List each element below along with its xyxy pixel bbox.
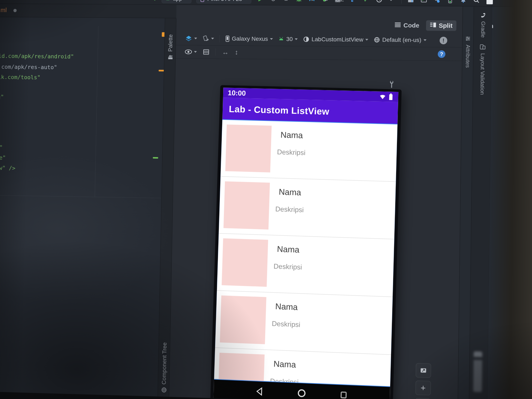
globe-icon [374, 37, 380, 43]
apply-changes-icon[interactable]: ↻ [269, 0, 277, 3]
apply-code-changes-icon[interactable]: ≡ [282, 0, 290, 3]
project-structure-icon[interactable] [407, 0, 415, 4]
history-icon[interactable] [375, 0, 383, 4]
preview-device-dropdown[interactable]: Galaxy Nexus [225, 35, 273, 42]
rotate-device-icon [202, 35, 209, 42]
android-studio-window: app Pixel 3 API 28 ↻ ≡ [0, 0, 532, 399]
xml-editor-pane[interactable]: id.com/apk/res/android" .com/apk/res-aut… [0, 17, 165, 397]
code-line: .com/apk/res-auto" [0, 64, 57, 71]
editor-divider [0, 195, 161, 198]
attach-debugger-icon[interactable] [321, 0, 329, 4]
code-line: ew" /> [0, 165, 15, 171]
list-item[interactable]: Nama Deskripsi [217, 234, 394, 297]
chevron-down-icon [270, 38, 273, 40]
api-level-dropdown[interactable]: 30 [278, 36, 298, 43]
attributes-tab[interactable]: Attributes [462, 36, 473, 68]
debug-button[interactable] [295, 0, 303, 3]
phone-clock: 10:00 [228, 89, 246, 97]
gradle-tab-label: Gradle [480, 21, 486, 38]
gradle-tab[interactable]: Gradle [474, 12, 492, 38]
tab-close-icon[interactable] [13, 9, 17, 12]
palette-tab[interactable]: Palette [165, 34, 177, 61]
android-icon [278, 36, 284, 42]
list-item[interactable]: Nama Deskripsi [219, 177, 396, 240]
phone-icon [225, 36, 230, 42]
tab-code[interactable]: Code [391, 20, 423, 31]
code-line: ik.com/tools" [0, 74, 40, 81]
swap-orientation-icon[interactable]: ↔ [222, 48, 229, 56]
search-everywhere-icon[interactable] [473, 0, 481, 4]
item-name: Nama [280, 130, 303, 140]
item-description: Deskripsi [275, 205, 304, 214]
bottom-tool-tab[interactable] [473, 351, 482, 392]
tab-split[interactable]: Split [426, 20, 456, 31]
chevron-down-icon [211, 38, 214, 39]
surface-layers-dropdown[interactable] [185, 35, 197, 42]
swap-vertical-icon[interactable]: ↕ [235, 48, 238, 56]
list-item[interactable]: Nama Deskripsi [215, 291, 393, 355]
item-image-placeholder [225, 125, 272, 173]
chevron-down-icon [295, 38, 298, 40]
item-image-placeholder [223, 181, 270, 230]
vcs-toolbar-group: Git: ↙ ✓ ↶ [335, 0, 494, 6]
api-level-label: 30 [286, 36, 293, 43]
design-canvas[interactable]: 10:00 Lab - Custom ListView Nama [169, 59, 462, 399]
profile-button[interactable] [308, 0, 316, 3]
run-config-dropdown[interactable]: app [162, 0, 191, 3]
chevron-down-icon [194, 51, 197, 53]
device-label: Pixel 3 API 28 [207, 0, 242, 2]
wifi-icon [379, 93, 386, 100]
device-manager-icon[interactable] [446, 0, 454, 4]
zoom-out-button[interactable]: − [415, 398, 431, 399]
git-update-icon[interactable]: ↙ [349, 0, 357, 4]
layout-validation-tab[interactable]: Layout Validation [473, 44, 492, 95]
preview-device-label: Galaxy Nexus [232, 35, 268, 42]
locale-dropdown[interactable]: Default (en-us) [374, 37, 426, 44]
nav-recents-icon [339, 391, 348, 399]
blueprint-toggle[interactable] [203, 49, 209, 55]
theme-label: LabCustomListView [311, 36, 363, 43]
list-item[interactable]: Nama Deskripsi [221, 120, 397, 182]
item-name: Nama [275, 302, 298, 312]
toolbar-separator [215, 48, 216, 56]
ok-stripe-marker [153, 157, 158, 158]
component-tree-tab[interactable]: Component Tree [158, 342, 171, 394]
sdk-manager-icon[interactable] [459, 0, 467, 4]
toolbar-separator [219, 35, 220, 42]
layout-validation-icon [480, 44, 486, 51]
design-config-toolbar: Galaxy Nexus 30 LabCustomListView Defaul… [176, 32, 462, 47]
theme-dropdown[interactable]: LabCustomListView [303, 36, 368, 43]
attributes-icon [465, 36, 471, 42]
layout-validation-tab-label: Layout Validation [479, 53, 486, 95]
code-line: me" [0, 154, 6, 161]
code-line: id.com/apk/res/android" [0, 53, 74, 60]
git-commit-icon[interactable]: ✓ [362, 0, 370, 4]
toolbar-separator [401, 0, 402, 4]
terminal-icon[interactable] [420, 0, 428, 4]
open-file-tab[interactable]: ml [0, 7, 7, 13]
orientation-dropdown[interactable] [202, 35, 214, 42]
rollback-icon[interactable]: ↶ [388, 0, 396, 4]
device-preview[interactable]: 10:00 Lab - Custom ListView Nama [210, 85, 402, 399]
avd-manager-icon[interactable] [433, 0, 441, 4]
view-options-dropdown[interactable] [185, 49, 197, 55]
indent-guide [95, 26, 99, 197]
nav-home-icon [297, 388, 306, 398]
run-button[interactable] [256, 0, 264, 3]
zoom-in-button[interactable]: + [415, 380, 431, 395]
monitor-bezel [488, 0, 532, 399]
chevron-down-icon [365, 39, 368, 40]
zoom-to-fit-button[interactable] [416, 363, 431, 378]
item-description: Deskripsi [273, 262, 302, 271]
git-label: Git: [335, 0, 344, 3]
phone-app-title: Lab - Custom ListView [229, 104, 330, 117]
attributes-tab-label: Attributes [464, 45, 471, 68]
design-attributes-wrench-icon[interactable] [388, 80, 395, 89]
device-dropdown[interactable]: Pixel 3 API 28 [196, 0, 252, 4]
build-hammer-icon[interactable] [149, 0, 157, 2]
code-mode-icon [394, 22, 401, 29]
item-image-placeholder [222, 238, 268, 287]
run-config-label: app [173, 0, 182, 2]
phone-listview[interactable]: Nama Deskripsi Nama Deskripsi Nama Deskr… [214, 120, 397, 386]
chevron-down-icon [424, 39, 426, 41]
